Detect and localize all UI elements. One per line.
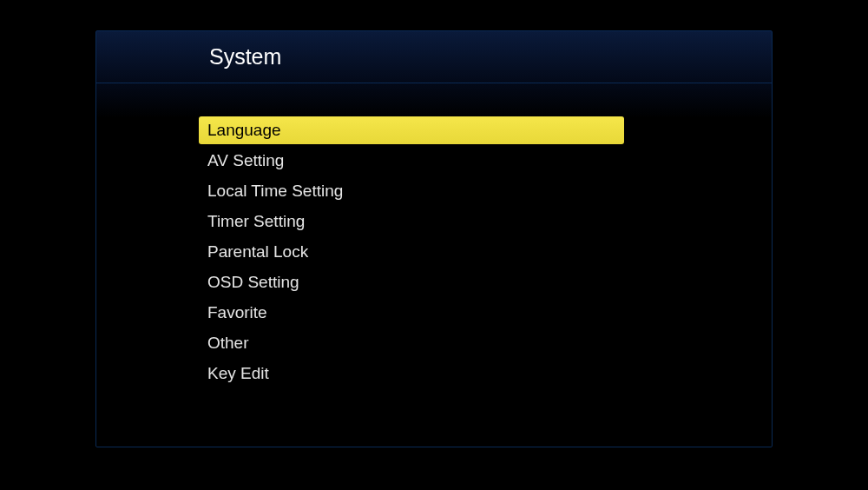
menu-item-language[interactable]: Language [199, 116, 624, 144]
panel-header: System [96, 31, 772, 83]
menu-item-local-time-setting[interactable]: Local Time Setting [199, 177, 624, 205]
page-title: System [209, 44, 281, 70]
menu-item-other[interactable]: Other [199, 329, 624, 357]
menu-list: Language AV Setting Local Time Setting T… [96, 83, 772, 387]
menu-item-osd-setting[interactable]: OSD Setting [199, 268, 624, 296]
system-panel: System Language AV Setting Local Time Se… [95, 30, 773, 447]
menu-item-parental-lock[interactable]: Parental Lock [199, 238, 624, 266]
menu-item-key-edit[interactable]: Key Edit [199, 360, 624, 387]
menu-item-timer-setting[interactable]: Timer Setting [199, 208, 624, 235]
menu-item-favorite[interactable]: Favorite [199, 299, 624, 327]
menu-item-av-setting[interactable]: AV Setting [199, 147, 624, 175]
